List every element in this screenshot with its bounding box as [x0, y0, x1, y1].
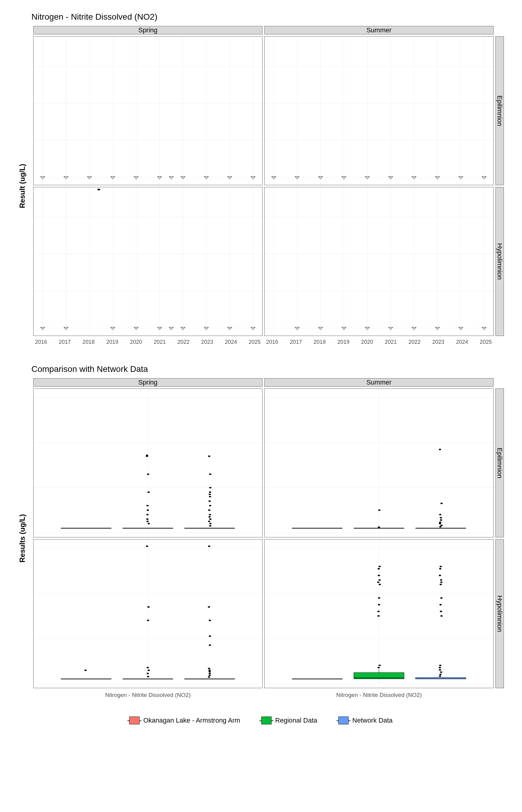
svg-point-116	[147, 491, 150, 493]
svg-point-246	[439, 568, 442, 569]
panel2-summer-hypo	[264, 539, 494, 688]
svg-point-138	[208, 455, 210, 457]
legend-key-blue	[338, 716, 348, 725]
panel-summer-hypo	[264, 187, 494, 336]
panel2-spring-hypo: 3020100	[33, 539, 262, 688]
svg-point-137	[209, 473, 212, 475]
legend-label: Regional Data	[275, 716, 317, 725]
svg-point-128	[208, 516, 211, 518]
chart-bottom-xaxis-right: Nitrogen - Nitrite Dissolved (NO2)	[264, 690, 494, 698]
svg-point-164	[439, 514, 441, 515]
svg-point-163	[440, 517, 442, 519]
legend-key-green	[261, 716, 272, 725]
svg-point-160	[439, 523, 441, 524]
svg-point-110	[148, 523, 150, 524]
svg-point-241	[440, 597, 443, 599]
svg-point-131	[209, 505, 212, 506]
svg-point-114	[147, 509, 149, 511]
svg-point-119	[146, 455, 148, 456]
svg-point-217	[379, 665, 381, 666]
chart-bottom-ylabel: Results (ug/L)	[18, 388, 32, 688]
svg-point-135	[209, 491, 212, 493]
svg-point-129	[209, 514, 211, 515]
svg-point-197	[208, 668, 210, 669]
panel2-summer-epi	[264, 388, 494, 537]
panel-spring-hypo: 2.52.01.51.0	[33, 187, 262, 336]
svg-marker-68	[169, 327, 174, 329]
chart-top-xaxis-left: 2016201720182019202020212022202320242025	[33, 338, 262, 346]
svg-point-125	[209, 523, 212, 524]
svg-point-216	[378, 667, 380, 669]
svg-point-245	[439, 575, 441, 576]
svg-point-130	[208, 509, 210, 511]
svg-point-152	[378, 527, 380, 528]
svg-point-192	[208, 676, 210, 678]
svg-point-223	[377, 582, 379, 583]
legend-label: Network Data	[352, 716, 393, 725]
svg-point-165	[440, 503, 443, 504]
svg-point-234	[440, 671, 442, 673]
svg-point-225	[378, 575, 380, 576]
svg-point-133	[209, 496, 211, 498]
chart-top-ylabel: Result (ug/L)	[18, 36, 32, 336]
svg-point-235	[439, 669, 441, 671]
chart-top-title: Nitrogen - Nitrite Dissolved (NO2)	[32, 12, 504, 22]
svg-point-247	[440, 566, 442, 567]
chart-top-grid: Result (ug/L) Spring Summer Epilimnion H…	[18, 26, 504, 346]
svg-point-218	[377, 615, 380, 616]
chart-top-xaxis-right: 2016201720182019202020212022202320242025	[264, 338, 494, 346]
svg-point-226	[378, 568, 380, 569]
chart-bottom-xaxis-left: Nitrogen - Nitrite Dissolved (NO2)	[33, 690, 262, 698]
svg-point-112	[146, 519, 148, 520]
svg-point-195	[208, 671, 211, 672]
panel2-spring-epi: 3020100	[33, 388, 262, 537]
svg-point-198	[209, 644, 211, 646]
facet2-row-hypo: Hypolimnion	[496, 539, 504, 688]
legend-item-network: Network Data	[338, 716, 393, 725]
svg-point-221	[378, 597, 380, 599]
legend-item-regional: Regional Data	[261, 716, 317, 725]
chart-bottom-grid: Results (ug/L) Spring Summer Epilimnion …	[18, 378, 504, 698]
facet2-col-spring: Spring	[33, 378, 262, 387]
svg-point-222	[379, 584, 381, 585]
svg-point-124	[209, 525, 212, 527]
svg-point-158	[439, 526, 442, 527]
svg-point-244	[440, 579, 443, 581]
legend: Okanagan Lake - Armstrong Arm Regional D…	[18, 716, 504, 725]
svg-marker-20	[169, 177, 174, 179]
facet-col-summer: Summer	[264, 26, 494, 35]
svg-point-200	[209, 620, 211, 621]
facet2-row-epi: Epilimnion	[496, 388, 504, 537]
panel-spring-epi: 2.52.01.51.0	[33, 36, 262, 185]
svg-point-113	[146, 514, 148, 515]
svg-point-134	[209, 493, 211, 495]
svg-point-220	[378, 604, 380, 605]
svg-point-127	[209, 519, 212, 520]
svg-point-193	[208, 674, 211, 676]
svg-point-233	[439, 674, 442, 675]
svg-point-183	[148, 670, 150, 671]
chart-bottom-title: Comparison with Network Data	[32, 364, 504, 374]
svg-point-201	[208, 606, 210, 608]
svg-point-236	[439, 667, 441, 669]
svg-point-126	[208, 521, 210, 522]
facet-col-spring: Spring	[33, 26, 262, 35]
chart-top: Nitrogen - Nitrite Dissolved (NO2) Resul…	[18, 12, 504, 346]
svg-point-227	[379, 566, 381, 567]
svg-point-182	[146, 673, 149, 674]
svg-point-176	[84, 670, 87, 671]
svg-point-73	[97, 188, 100, 190]
svg-point-242	[440, 584, 442, 585]
facet2-col-summer: Summer	[264, 378, 494, 387]
chart-bottom: Comparison with Network Data Results (ug…	[18, 364, 504, 698]
svg-point-240	[440, 604, 442, 605]
svg-point-117	[147, 473, 149, 475]
svg-point-224	[379, 579, 381, 581]
svg-point-194	[209, 673, 211, 674]
svg-point-199	[209, 635, 211, 637]
svg-point-184	[146, 667, 149, 669]
svg-point-187	[146, 546, 148, 547]
svg-point-237	[439, 665, 442, 666]
panel-summer-epi	[264, 36, 494, 185]
legend-label: Okanagan Lake - Armstrong Arm	[143, 716, 240, 725]
